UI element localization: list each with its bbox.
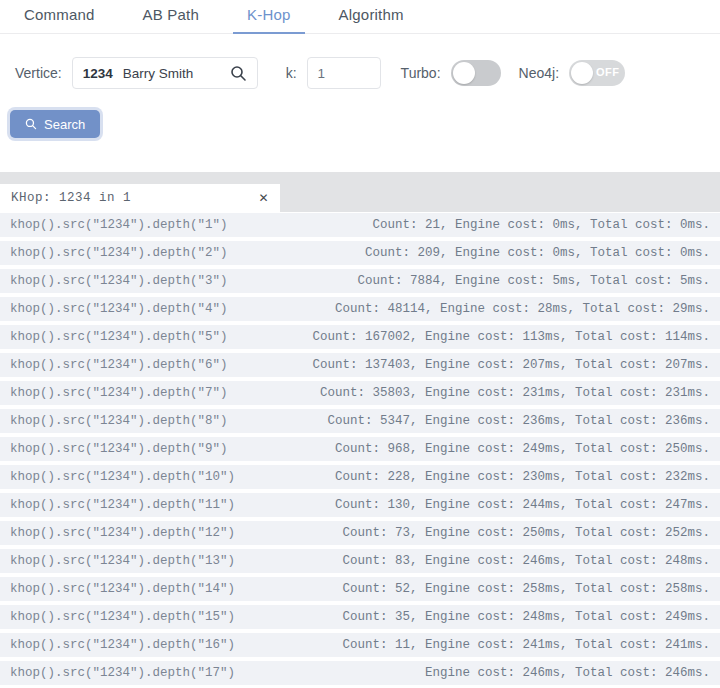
query-form: Vertice: 1234 Barry Smith k: 1 Turbo: Ne… [15,57,720,89]
result-row[interactable]: khop().src("1234").depth("14") Count: 52… [0,577,720,601]
row-stats-text: Count: 48114, Engine cost: 28ms, Total c… [335,302,710,316]
result-row[interactable]: khop().src("1234").depth("4") Count: 481… [0,297,720,321]
row-query-text: khop().src("1234").depth("11") [10,498,235,512]
result-row[interactable]: khop().src("1234").depth("7") Count: 358… [0,381,720,405]
row-query-text: khop().src("1234").depth("4") [10,302,228,316]
row-stats-text: Count: 137403, Engine cost: 207ms, Total… [312,358,710,372]
row-stats-text: Count: 7884, Engine cost: 5ms, Total cos… [357,274,710,288]
row-stats-text: Count: 228, Engine cost: 230ms, Total co… [335,470,710,484]
result-row[interactable]: khop().src("1234").depth("17") Engine co… [0,661,720,685]
tab-k-hop[interactable]: K-Hop [233,0,305,34]
tab-algorithm[interactable]: Algorithm [325,0,418,34]
row-stats-text: Count: 73, Engine cost: 250ms, Total cos… [342,526,710,540]
row-stats-text: Count: 130, Engine cost: 244ms, Total co… [335,498,710,512]
row-query-text: khop().src("1234").depth("7") [10,386,228,400]
k-label: k: [286,65,297,81]
search-button[interactable]: Search [10,110,100,138]
row-query-text: khop().src("1234").depth("13") [10,554,235,568]
result-row[interactable]: khop().src("1234").depth("13") Count: 83… [0,549,720,573]
neo4j-off-label: OFF [596,66,620,78]
row-stats-text: Count: 11, Engine cost: 241ms, Total cos… [342,638,710,652]
result-row[interactable]: khop().src("1234").depth("16") Count: 11… [0,633,720,657]
neo4j-label: Neo4j: [519,65,559,81]
row-query-text: khop().src("1234").depth("15") [10,610,235,624]
turbo-label: Turbo: [401,65,441,81]
k-input[interactable]: 1 [307,57,381,89]
row-stats-text: Count: 167002, Engine cost: 113ms, Total… [312,330,710,344]
result-row[interactable]: khop().src("1234").depth("2") Count: 209… [0,241,720,265]
search-icon[interactable] [230,65,247,82]
result-row[interactable]: khop().src("1234").depth("3") Count: 788… [0,269,720,293]
close-icon[interactable]: ✕ [258,192,269,204]
result-row[interactable]: khop().src("1234").depth("12") Count: 73… [0,521,720,545]
row-stats-text: Count: 83, Engine cost: 246ms, Total cos… [342,554,710,568]
results-list: khop().src("1234").depth("1") Count: 21,… [0,213,720,685]
k-value: 1 [318,66,326,81]
vertice-label: Vertice: [15,65,62,81]
turbo-toggle-knob [453,62,475,84]
tab-command[interactable]: Command [10,0,109,34]
row-query-text: khop().src("1234").depth("3") [10,274,228,288]
row-stats-text: Count: 21, Engine cost: 0ms, Total cost:… [372,218,710,232]
result-row[interactable]: khop().src("1234").depth("11") Count: 13… [0,493,720,517]
row-stats-text: Count: 35803, Engine cost: 231ms, Total … [320,386,710,400]
vertice-id-value: 1234 [83,66,113,81]
row-query-text: khop().src("1234").depth("1") [10,218,228,232]
query-tab-label: KHop: 1234 in 1 [11,191,131,205]
result-row[interactable]: khop().src("1234").depth("6") Count: 137… [0,353,720,377]
search-button-icon [25,118,37,130]
neo4j-toggle[interactable]: OFF [569,60,625,86]
row-stats-text: Count: 968, Engine cost: 249ms, Total co… [335,442,710,456]
row-query-text: khop().src("1234").depth("16") [10,638,235,652]
row-query-text: khop().src("1234").depth("12") [10,526,235,540]
row-stats-text: Count: 5347, Engine cost: 236ms, Total c… [327,414,710,428]
row-stats-text: Count: 52, Engine cost: 258ms, Total cos… [342,582,710,596]
row-query-text: khop().src("1234").depth("8") [10,414,228,428]
neo4j-toggle-knob [571,62,593,84]
row-query-text: khop().src("1234").depth("9") [10,442,228,456]
tab-ab-path[interactable]: AB Path [129,0,213,34]
row-stats-text: Count: 209, Engine cost: 0ms, Total cost… [365,246,710,260]
row-query-text: khop().src("1234").depth("5") [10,330,228,344]
result-row[interactable]: khop().src("1234").depth("5") Count: 167… [0,325,720,349]
result-row[interactable]: khop().src("1234").depth("9") Count: 968… [0,437,720,461]
vertice-input[interactable]: 1234 Barry Smith [72,57,258,89]
result-row[interactable]: khop().src("1234").depth("15") Count: 35… [0,605,720,629]
row-query-text: khop().src("1234").depth("14") [10,582,235,596]
row-stats-text: Count: 35, Engine cost: 248ms, Total cos… [342,610,710,624]
turbo-toggle[interactable] [451,60,501,86]
result-row[interactable]: khop().src("1234").depth("10") Count: 22… [0,465,720,489]
top-tab-bar: Command AB Path K-Hop Algorithm [0,0,720,34]
row-stats-text: Engine cost: 246ms, Total cost: 246ms. [425,666,710,680]
search-button-label: Search [44,117,85,132]
row-query-text: khop().src("1234").depth("6") [10,358,228,372]
query-result-tab[interactable]: KHop: 1234 in 1 ✕ [0,184,280,212]
results-header-bar: KHop: 1234 in 1 ✕ [0,172,720,212]
row-query-text: khop().src("1234").depth("10") [10,470,235,484]
result-row[interactable]: khop().src("1234").depth("8") Count: 534… [0,409,720,433]
row-query-text: khop().src("1234").depth("2") [10,246,228,260]
vertice-name-value: Barry Smith [123,66,194,81]
row-query-text: khop().src("1234").depth("17") [10,666,235,680]
result-row[interactable]: khop().src("1234").depth("1") Count: 21,… [0,213,720,237]
